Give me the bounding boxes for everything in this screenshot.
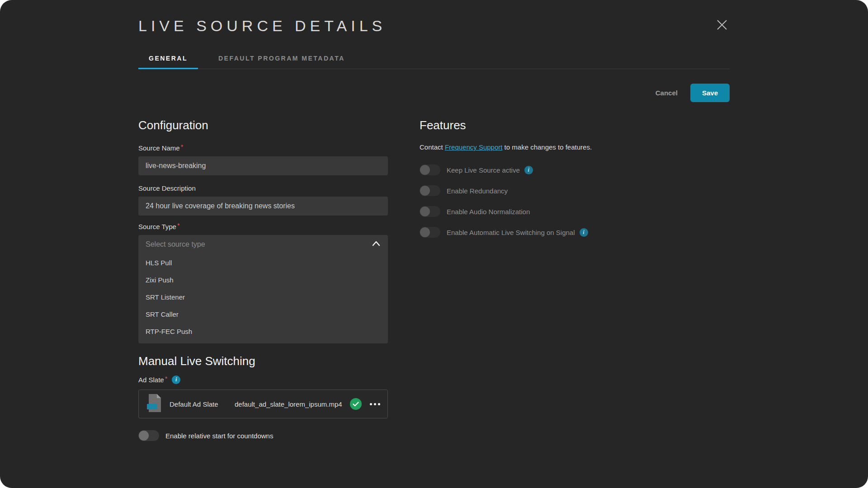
source-type-placeholder: Select source type (146, 240, 372, 249)
ad-slate-filename: default_ad_slate_lorem_ipsum.mp4 (235, 400, 342, 408)
feature-toggle-list: Keep Live Source active i Enable Redunda… (420, 164, 730, 238)
close-button[interactable] (715, 18, 729, 32)
keep-live-source-active-toggle[interactable] (420, 164, 440, 175)
check-circle-icon (350, 398, 362, 410)
source-description-input[interactable] (138, 197, 388, 216)
dialog-header: LIVE SOURCE DETAILS (138, 0, 730, 35)
tab-bar: GENERAL DEFAULT PROGRAM METADATA (138, 55, 730, 69)
features-contact-text: Contact Frequency Support to make change… (420, 143, 730, 151)
info-icon[interactable]: i (524, 166, 533, 174)
source-name-label: Source Name* (138, 144, 388, 152)
feature-toggle-row: Enable Audio Normalization (420, 206, 730, 217)
info-icon[interactable]: i (580, 228, 588, 237)
enable-automatic-live-switching-toggle[interactable] (420, 227, 440, 238)
source-type-option-srt-caller[interactable]: SRT Caller (138, 305, 388, 323)
source-type-label: Source Type* (138, 223, 388, 230)
enable-audio-normalization-toggle[interactable] (420, 206, 440, 217)
feature-toggle-row: Enable Automatic Live Switching on Signa… (420, 227, 730, 238)
page-title: LIVE SOURCE DETAILS (138, 17, 730, 35)
enable-redundancy-label: Enable Redundancy (447, 187, 508, 195)
info-icon[interactable]: i (172, 375, 180, 384)
frequency-support-link[interactable]: Frequency Support (445, 143, 503, 151)
relative-start-toggle-label: Enable relative start for countdowns (165, 432, 273, 440)
source-type-option-srt-listener[interactable]: SRT Listener (138, 288, 388, 305)
feature-toggle-row: Enable Redundancy (420, 185, 730, 196)
save-button[interactable]: Save (690, 84, 730, 102)
live-source-details-dialog: LIVE SOURCE DETAILS GENERAL DEFAULT PROG… (0, 0, 868, 488)
enable-redundancy-toggle[interactable] (420, 185, 440, 196)
configuration-heading: Configuration (138, 118, 388, 132)
source-type-option-zixi-push[interactable]: Zixi Push (138, 271, 388, 288)
source-name-input[interactable] (138, 156, 388, 175)
manual-live-switching-heading: Manual Live Switching (138, 354, 388, 368)
countdown-toggle-row: Enable relative start for countdowns (138, 430, 388, 441)
ad-slate-row: Default Ad Slate default_ad_slate_lorem_… (138, 389, 388, 418)
cancel-button[interactable]: Cancel (656, 89, 678, 97)
required-asterisk: * (177, 222, 179, 229)
close-icon (715, 18, 729, 32)
required-asterisk: * (165, 375, 167, 382)
ellipsis-menu-button[interactable] (370, 401, 380, 407)
enable-audio-normalization-label: Enable Audio Normalization (447, 208, 530, 216)
features-heading: Features (420, 118, 730, 132)
feature-toggle-row: Keep Live Source active i (420, 164, 730, 175)
enable-automatic-live-switching-label: Enable Automatic Live Switching on Signa… (447, 228, 588, 237)
tab-default-program-metadata[interactable]: DEFAULT PROGRAM METADATA (208, 55, 355, 69)
relative-start-toggle[interactable] (138, 430, 159, 441)
video-file-icon (146, 393, 162, 415)
ad-slate-name: Default Ad Slate (170, 400, 229, 408)
ad-slate-label: Ad Slate* i (138, 375, 388, 384)
source-description-label: Source Description (138, 184, 388, 192)
source-type-select-trigger[interactable]: Select source type (138, 235, 388, 254)
source-type-option-hls-pull[interactable]: HLS Pull (138, 254, 388, 271)
chevron-up-icon (372, 240, 381, 249)
tab-general[interactable]: GENERAL (138, 55, 198, 69)
keep-live-source-active-label: Keep Live Source active i (447, 166, 533, 174)
source-type-select: Select source type HLS Pull Zixi Push SR… (138, 235, 388, 343)
action-bar: Cancel Save (138, 84, 730, 102)
required-asterisk: * (181, 143, 183, 150)
source-type-option-rtp-fec-push[interactable]: RTP-FEC Push (138, 323, 388, 340)
